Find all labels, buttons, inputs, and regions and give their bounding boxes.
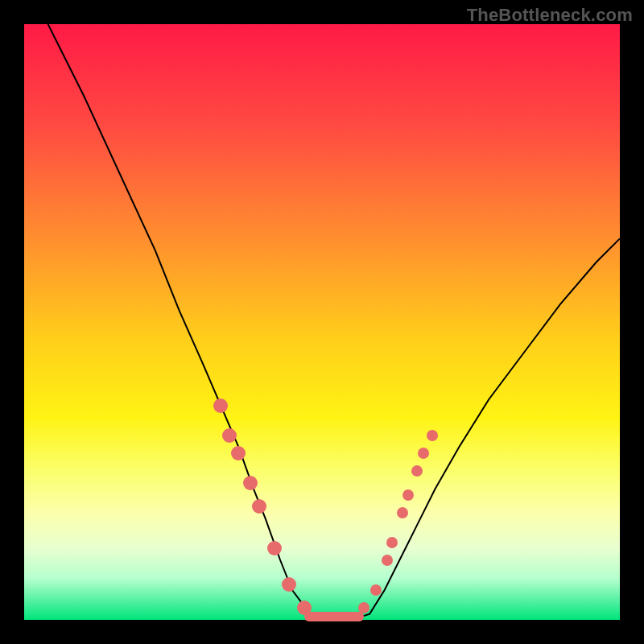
curve-marker (222, 428, 237, 443)
chart-frame: TheBottleneck.com (0, 0, 644, 644)
curve-marker (397, 507, 408, 518)
watermark-text: TheBottleneck.com (467, 5, 633, 26)
curve-marker (370, 584, 382, 596)
curve-marker (427, 430, 438, 441)
curve-marker (282, 577, 296, 592)
curve-marker (402, 489, 414, 501)
optimal-range-band (304, 612, 364, 621)
curve-marker (243, 476, 258, 490)
bottleneck-curve (24, 24, 620, 620)
plot-area (24, 24, 620, 620)
curve-marker (267, 541, 282, 555)
curve-marker (418, 448, 429, 459)
curve-marker (213, 398, 228, 413)
